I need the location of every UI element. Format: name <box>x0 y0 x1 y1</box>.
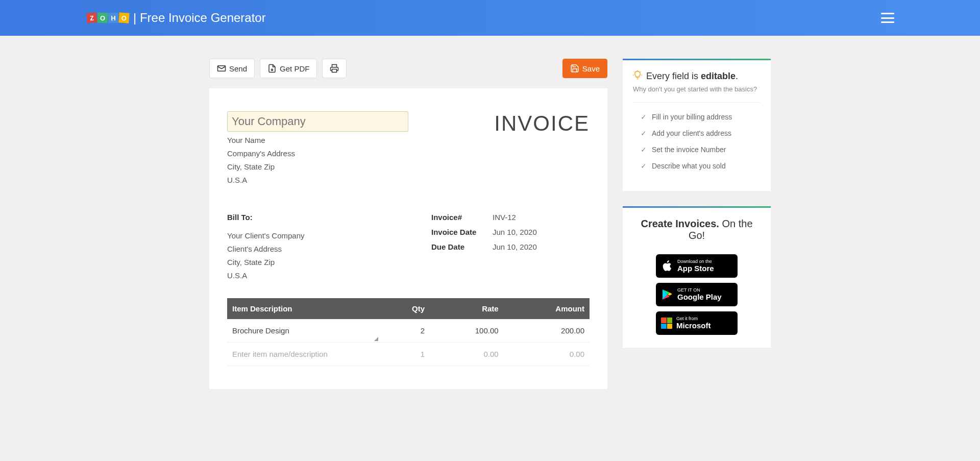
resize-handle-icon[interactable] <box>372 335 378 341</box>
company-address-field[interactable]: Company's Address <box>227 149 408 158</box>
menu-icon[interactable] <box>881 13 894 23</box>
item-desc-placeholder[interactable]: Enter item name/description <box>227 343 379 366</box>
google-play-icon <box>661 288 673 301</box>
col-rate: Rate <box>430 298 504 319</box>
tips-title: Every field is editable. <box>633 70 761 82</box>
invoice-num-label: Invoice# <box>431 213 493 222</box>
item-desc-cell[interactable]: Brochure Design <box>227 319 379 343</box>
item-amount-cell: 200.00 <box>504 319 590 343</box>
item-qty-placeholder[interactable]: 1 <box>379 343 430 366</box>
app-header: ZOHO | Free Invoice Generator <box>0 0 980 36</box>
google-play-badge[interactable]: GET IT ONGoogle Play <box>656 283 738 306</box>
client-city-field[interactable]: City, State Zip <box>227 257 416 267</box>
col-desc: Item Description <box>227 298 379 319</box>
client-company-field[interactable]: Your Client's Company <box>227 231 416 240</box>
get-pdf-button[interactable]: Get PDF <box>260 59 317 78</box>
checklist-item: Describe what you sold <box>641 162 761 170</box>
item-rate-placeholder[interactable]: 0.00 <box>430 343 504 366</box>
company-name-input[interactable] <box>227 111 408 132</box>
bulb-icon <box>633 70 642 82</box>
print-icon <box>330 64 339 73</box>
microsoft-store-badge[interactable]: Get it fromMicrosoft <box>656 311 738 335</box>
city-state-zip-field[interactable]: City, State Zip <box>227 162 408 172</box>
col-qty: Qty <box>379 298 430 319</box>
company-block: Your Name Company's Address City, State … <box>227 111 408 185</box>
pdf-icon <box>267 64 277 73</box>
col-amount: Amount <box>504 298 590 319</box>
header-title: | Free Invoice Generator <box>133 11 266 25</box>
checklist-item: Set the invoice Number <box>641 145 761 154</box>
mail-icon <box>217 64 226 73</box>
invoice-title: INVOICE <box>494 111 590 185</box>
print-button[interactable] <box>322 59 347 78</box>
svg-rect-1 <box>332 69 337 72</box>
checklist: Fill in your billing address Add your cl… <box>633 113 761 170</box>
apple-icon <box>661 260 673 272</box>
invoice-date-label: Invoice Date <box>431 228 493 236</box>
send-button[interactable]: Send <box>209 59 255 78</box>
zoho-logo: ZOHO <box>87 13 129 23</box>
table-row: Brochure Design 2 100.00 200.00 <box>227 319 590 343</box>
item-rate-cell[interactable]: 100.00 <box>430 319 504 343</box>
bill-to-label: Bill To: <box>227 213 416 222</box>
app-store-badge[interactable]: Download on theApp Store <box>656 254 738 278</box>
tips-subtitle: Why don't you get started with the basic… <box>633 85 761 103</box>
apps-title: Create Invoices. On the Go! <box>633 218 761 241</box>
table-row-empty: Enter item name/description 1 0.00 0.00 <box>227 343 590 366</box>
tips-panel: Every field is editable. Why don't you g… <box>623 59 771 191</box>
save-button[interactable]: Save <box>562 59 607 78</box>
invoice-num-field[interactable]: INV-12 <box>493 213 516 222</box>
client-address-field[interactable]: Client's Address <box>227 244 416 254</box>
bill-to-section: Bill To: Your Client's Company Client's … <box>227 213 416 280</box>
invoice-card: Your Name Company's Address City, State … <box>209 88 607 389</box>
save-icon <box>570 64 579 73</box>
toolbar: Send Get PDF Save <box>209 59 607 78</box>
client-country-field[interactable]: U.S.A <box>227 271 416 280</box>
country-field[interactable]: U.S.A <box>227 175 408 185</box>
apps-panel: Create Invoices. On the Go! Download on … <box>623 206 771 348</box>
invoice-meta: Invoice#INV-12 Invoice DateJun 10, 2020 … <box>431 213 590 280</box>
due-date-field[interactable]: Jun 10, 2020 <box>493 242 537 251</box>
header-left: ZOHO | Free Invoice Generator <box>87 11 266 25</box>
item-qty-cell[interactable]: 2 <box>379 319 430 343</box>
checklist-item: Add your client's address <box>641 129 761 137</box>
items-table: Item Description Qty Rate Amount Brochur… <box>227 298 590 366</box>
your-name-field[interactable]: Your Name <box>227 135 408 145</box>
microsoft-icon <box>661 318 672 329</box>
item-amount-placeholder: 0.00 <box>504 343 590 366</box>
due-date-label: Due Date <box>431 242 493 251</box>
invoice-date-field[interactable]: Jun 10, 2020 <box>493 228 537 236</box>
checklist-item: Fill in your billing address <box>641 113 761 121</box>
